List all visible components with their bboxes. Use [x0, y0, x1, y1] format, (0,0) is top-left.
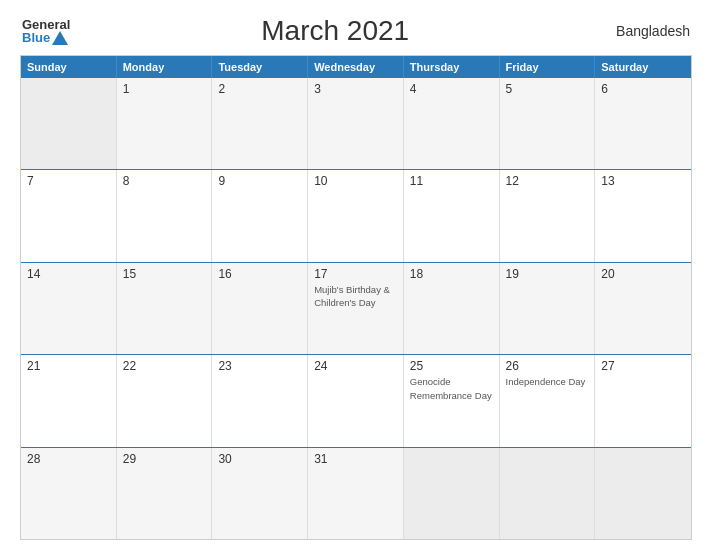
col-saturday: Saturday [595, 56, 691, 78]
cell-w4-thu: 25Genocide Remembrance Day [404, 355, 500, 446]
week-1: 1 2 3 4 5 6 [21, 78, 691, 170]
cell-w5-wed: 31 [308, 448, 404, 539]
cell-w1-fri: 5 [500, 78, 596, 169]
cell-w1-sun [21, 78, 117, 169]
col-thursday: Thursday [404, 56, 500, 78]
cell-w3-fri: 19 [500, 263, 596, 354]
week-5: 28 29 30 31 [21, 448, 691, 539]
cell-w3-sat: 20 [595, 263, 691, 354]
col-wednesday: Wednesday [308, 56, 404, 78]
page-header: General Blue March 2021 Bangladesh [20, 15, 692, 47]
calendar-page: General Blue March 2021 Bangladesh Sunda… [0, 0, 712, 550]
cell-w5-fri [500, 448, 596, 539]
cell-w2-thu: 11 [404, 170, 500, 261]
logo-blue-text: Blue [22, 31, 68, 45]
cell-w5-mon: 29 [117, 448, 213, 539]
cell-w4-sat: 27 [595, 355, 691, 446]
cell-w3-sun: 14 [21, 263, 117, 354]
cell-w2-sat: 13 [595, 170, 691, 261]
col-friday: Friday [500, 56, 596, 78]
logo-general-text: General [22, 18, 70, 31]
cell-w4-sun: 21 [21, 355, 117, 446]
cell-w5-sun: 28 [21, 448, 117, 539]
cell-w1-tue: 2 [212, 78, 308, 169]
calendar-body: 1 2 3 4 5 6 7 8 9 10 11 12 13 14 15 [21, 78, 691, 539]
cell-w5-tue: 30 [212, 448, 308, 539]
cell-w2-mon: 8 [117, 170, 213, 261]
cell-w4-tue: 23 [212, 355, 308, 446]
cell-w4-wed: 24 [308, 355, 404, 446]
cell-w3-thu: 18 [404, 263, 500, 354]
cell-w1-wed: 3 [308, 78, 404, 169]
col-monday: Monday [117, 56, 213, 78]
cell-w5-sat [595, 448, 691, 539]
cell-w2-tue: 9 [212, 170, 308, 261]
col-sunday: Sunday [21, 56, 117, 78]
cell-w3-mon: 15 [117, 263, 213, 354]
week-2: 7 8 9 10 11 12 13 [21, 170, 691, 262]
cell-w2-wed: 10 [308, 170, 404, 261]
cell-w5-thu [404, 448, 500, 539]
page-title: March 2021 [70, 15, 600, 47]
cell-w1-mon: 1 [117, 78, 213, 169]
cell-w2-sun: 7 [21, 170, 117, 261]
cell-w2-fri: 12 [500, 170, 596, 261]
cell-w4-mon: 22 [117, 355, 213, 446]
logo-triangle-icon [52, 31, 68, 45]
week-4: 21 22 23 24 25Genocide Remembrance Day 2… [21, 355, 691, 447]
cell-w3-tue: 16 [212, 263, 308, 354]
cell-w3-wed: 17Mujib's Birthday & Children's Day [308, 263, 404, 354]
cell-w1-thu: 4 [404, 78, 500, 169]
week-3: 14 15 16 17Mujib's Birthday & Children's… [21, 263, 691, 355]
calendar-grid: Sunday Monday Tuesday Wednesday Thursday… [20, 55, 692, 540]
cell-w1-sat: 6 [595, 78, 691, 169]
calendar-header: Sunday Monday Tuesday Wednesday Thursday… [21, 56, 691, 78]
logo: General Blue [22, 18, 70, 45]
country-label: Bangladesh [600, 23, 690, 39]
col-tuesday: Tuesday [212, 56, 308, 78]
cell-w4-fri: 26Independence Day [500, 355, 596, 446]
